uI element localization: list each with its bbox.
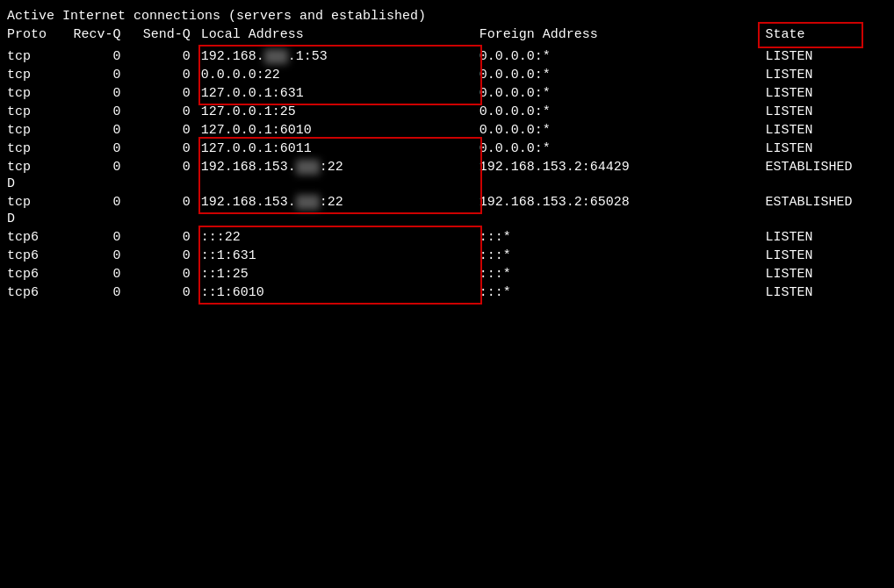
cell-foreign: 192.168.153.2:65028 [479, 193, 748, 212]
cell-sendq: 0 [132, 158, 201, 176]
table-row-continuation: D [7, 176, 887, 193]
cell-proto: tcp [7, 121, 61, 140]
cell-state: LISTEN [747, 265, 887, 283]
cell-proto: tcp [7, 193, 61, 212]
table-row: tcp600::1:6010:::*LISTEN [7, 283, 887, 302]
cell-sendq: 0 [132, 103, 201, 121]
cell-local: 127.0.0.1:25 [201, 103, 479, 121]
masked-ip: ███ [264, 49, 288, 64]
cell-local: 127.0.0.1:6010 [201, 121, 479, 140]
table-row: tcp00192.168.153.███:22192.168.153.2:644… [7, 158, 887, 176]
cell-local: 192.168.153.███:22 [201, 158, 479, 176]
cell-foreign: :::* [479, 265, 748, 283]
cell-state: LISTEN [747, 66, 887, 84]
cell-recvq: 0 [61, 121, 131, 140]
cell-proto: tcp6 [7, 247, 61, 265]
table-header: Proto Recv-Q Send-Q Local Address Foreig… [7, 25, 887, 47]
cell-state: LISTEN [747, 47, 887, 66]
cell-foreign: :::* [479, 247, 748, 265]
cell-foreign: 0.0.0.0:* [479, 47, 748, 66]
cell-proto: tcp [7, 140, 61, 158]
cell-sendq: 0 [132, 140, 201, 158]
col-foreign-header: Foreign Address [479, 25, 748, 47]
cell-proto: tcp [7, 103, 61, 121]
table-row: tcp00127.0.0.1:60110.0.0.0:*LISTEN [7, 140, 887, 158]
cell-sendq: 0 [132, 66, 201, 84]
cell-proto: tcp [7, 84, 61, 103]
cell-local: 0.0.0.0:22 [201, 66, 479, 84]
cell-local: 192.168.███.1:53 [201, 47, 479, 66]
table-row: tcp000.0.0.0:220.0.0.0:*LISTEN [7, 66, 887, 84]
cell-foreign: 0.0.0.0:* [479, 140, 748, 158]
cell-foreign: :::* [479, 283, 748, 302]
cell-proto: tcp [7, 47, 61, 66]
cell-state: ESTABLISHED [747, 193, 887, 212]
cell-sendq: 0 [132, 265, 201, 283]
cell-state: LISTEN [747, 84, 887, 103]
table-row: tcp00127.0.0.1:6310.0.0.0:*LISTEN [7, 84, 887, 103]
col-recvq-header: Recv-Q [61, 25, 131, 47]
cell-local: ::1:631 [201, 247, 479, 265]
masked-ip: ███ [296, 195, 320, 210]
cell-recvq: 0 [61, 247, 131, 265]
cell-state: LISTEN [747, 247, 887, 265]
table-row: tcp00192.168.153.███:22192.168.153.2:650… [7, 193, 887, 212]
cell-proto: tcp [7, 66, 61, 84]
cell-recvq: 0 [61, 228, 131, 247]
table-row: tcp00127.0.0.1:250.0.0.0:*LISTEN [7, 103, 887, 121]
cell-recvq: 0 [61, 103, 131, 121]
connections-table: Proto Recv-Q Send-Q Local Address Foreig… [7, 25, 887, 302]
cell-state: LISTEN [747, 283, 887, 302]
cell-local: :::22 [201, 228, 479, 247]
cell-recvq: 0 [61, 47, 131, 66]
table-row: tcp600::1:631:::*LISTEN [7, 247, 887, 265]
col-local-header: Local Address [201, 25, 479, 47]
cell-foreign: :::* [479, 228, 748, 247]
cell-state: LISTEN [747, 103, 887, 121]
cell-local: ::1:6010 [201, 283, 479, 302]
cell-recvq: 0 [61, 66, 131, 84]
cell-recvq: 0 [61, 84, 131, 103]
cell-sendq: 0 [132, 121, 201, 140]
table-row: tcp600:::22:::*LISTEN [7, 228, 887, 247]
cell-state: ESTABLISHED [747, 158, 887, 176]
cell-sendq: 0 [132, 193, 201, 212]
cell-proto: tcp6 [7, 283, 61, 302]
terminal-window: Active Internet connections (servers and… [0, 0, 894, 311]
cell-foreign: 192.168.153.2:64429 [479, 158, 748, 176]
cell-local: 127.0.0.1:631 [201, 84, 479, 103]
col-proto-header: Proto [7, 25, 61, 47]
cell-local: 192.168.153.███:22 [201, 193, 479, 212]
cell-sendq: 0 [132, 47, 201, 66]
cell-proto: tcp6 [7, 228, 61, 247]
table-row: tcp600::1:25:::*LISTEN [7, 265, 887, 283]
cell-sendq: 0 [132, 283, 201, 302]
cell-foreign: 0.0.0.0:* [479, 66, 748, 84]
cell-foreign: 0.0.0.0:* [479, 84, 748, 103]
cell-foreign: 0.0.0.0:* [479, 103, 748, 121]
page-title: Active Internet connections (servers and… [7, 9, 887, 24]
cell-recvq: 0 [61, 283, 131, 302]
col-sendq-header: Send-Q [132, 25, 201, 47]
table-row-continuation: D [7, 212, 887, 228]
cell-local: 127.0.0.1:6011 [201, 140, 479, 158]
col-state-header: State [747, 25, 887, 47]
cell-proto: tcp6 [7, 265, 61, 283]
cell-state: LISTEN [747, 228, 887, 247]
table-row: tcp00192.168.███.1:530.0.0.0:*LISTEN [7, 47, 887, 66]
masked-ip: ███ [296, 160, 320, 175]
cell-recvq: 0 [61, 158, 131, 176]
cell-local: ::1:25 [201, 265, 479, 283]
cell-state: LISTEN [747, 140, 887, 158]
cell-state: LISTEN [747, 121, 887, 140]
cell-sendq: 0 [132, 84, 201, 103]
table-row: tcp00127.0.0.1:60100.0.0.0:*LISTEN [7, 121, 887, 140]
cell-sendq: 0 [132, 247, 201, 265]
cell-foreign: 0.0.0.0:* [479, 121, 748, 140]
cell-recvq: 0 [61, 265, 131, 283]
cell-recvq: 0 [61, 193, 131, 212]
cell-recvq: 0 [61, 140, 131, 158]
cell-sendq: 0 [132, 228, 201, 247]
cell-proto: tcp [7, 158, 61, 176]
